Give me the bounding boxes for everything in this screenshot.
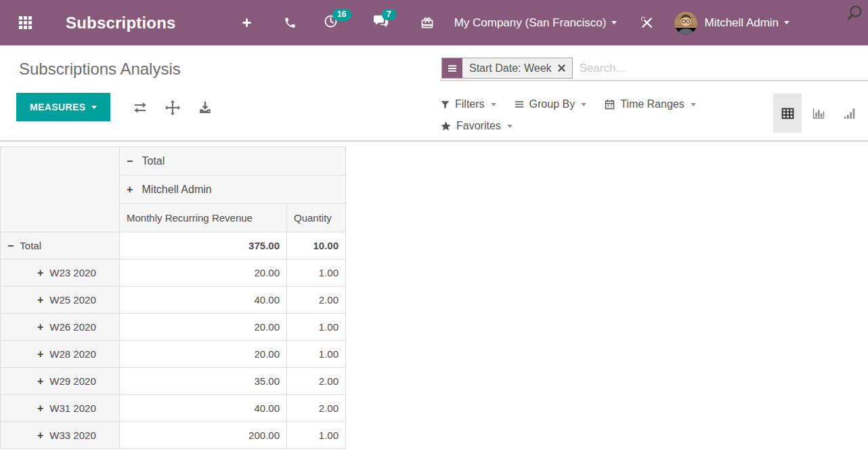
group-by-label: Group By [529, 98, 576, 110]
pivot-row: +W26 202020.001.00 [1, 314, 346, 341]
pivot-view-button[interactable] [773, 93, 802, 133]
pivot-cell-quantity: 2.00 [287, 368, 346, 395]
pivot-row-header[interactable]: +W33 2020 [1, 422, 120, 449]
pivot-row-header[interactable]: +W23 2020 [1, 259, 120, 287]
pivot-col-header-group[interactable]: + Mitchell Admin [120, 175, 346, 204]
top-navbar: Subscriptions 16 7 My Company [0, 0, 868, 45]
time-ranges-label: Time Ranges [620, 98, 685, 110]
company-switcher[interactable]: My Company (San Francisco) [454, 16, 617, 30]
user-menu[interactable]: Mitchell Admin [704, 16, 789, 30]
pivot-row-header[interactable]: +W25 2020 [1, 287, 120, 314]
expand-icon[interactable]: + [37, 348, 43, 360]
pivot-cell-mrr: 20.00 [120, 341, 287, 368]
panel-divider [0, 140, 868, 142]
app-title[interactable]: Subscriptions [66, 14, 176, 33]
filters-menu[interactable]: Filters [440, 98, 496, 110]
facet-remove-icon[interactable] [557, 58, 572, 78]
calendar-icon [604, 99, 615, 110]
expand-icon[interactable]: + [37, 267, 43, 279]
pivot-row: +W28 202020.001.00 [1, 341, 346, 368]
search-facet: Start Date: Week [441, 58, 573, 79]
pivot-cell-mrr: 375.00 [120, 232, 287, 259]
facet-label: Start Date: Week [462, 58, 557, 78]
chevron-down-icon [784, 21, 789, 24]
filters-label: Filters [455, 98, 485, 110]
star-icon [440, 121, 452, 132]
graph-view-button[interactable] [804, 93, 833, 133]
collapse-icon[interactable]: − [7, 240, 14, 252]
apps-menu-icon[interactable] [18, 15, 33, 30]
odoo-screen: Subscriptions 16 7 My Company [0, 0, 868, 458]
pivot-cell-quantity: 2.00 [287, 287, 346, 314]
group-by-menu[interactable]: Group By [514, 98, 587, 110]
search-bar[interactable]: Start Date: Week [440, 56, 868, 81]
messages-menu[interactable]: 7 [373, 14, 389, 32]
phone-icon[interactable] [284, 16, 297, 29]
pivot-row-header[interactable]: +W31 2020 [1, 395, 120, 422]
activity-count-badge[interactable]: 16 [332, 9, 351, 21]
pivot-row-header[interactable]: +W28 2020 [1, 341, 120, 368]
pivot-row: +W25 202040.002.00 [1, 287, 346, 314]
pivot-row: +W29 202035.002.00 [1, 368, 346, 395]
chevron-down-icon [507, 125, 513, 128]
flip-axis-icon[interactable] [131, 99, 149, 117]
cohort-view-button[interactable] [836, 93, 864, 133]
pivot-col-total-label: Total [142, 155, 165, 167]
download-icon[interactable] [196, 99, 214, 117]
expand-icon[interactable]: + [37, 294, 43, 306]
pivot-cell-quantity: 10.00 [287, 232, 346, 259]
pivot-cell-mrr: 20.00 [120, 314, 287, 341]
expand-all-icon[interactable] [164, 99, 181, 117]
debug-tools-icon[interactable] [640, 16, 654, 30]
measure-header-mrr[interactable]: Monthly Recurring Revenue [120, 204, 287, 232]
measure-header-quantity[interactable]: Quantity [287, 204, 346, 232]
pivot-view: − Total + Mitchell Admin Monthly Recurri… [0, 146, 346, 449]
pivot-row-header[interactable]: +W26 2020 [1, 314, 120, 341]
pivot-col-group-label: Mitchell Admin [142, 184, 212, 195]
pivot-col-header-total[interactable]: − Total [120, 147, 346, 175]
collapse-icon[interactable]: − [127, 155, 133, 167]
expand-icon[interactable]: + [37, 375, 43, 388]
chevron-down-icon [91, 106, 97, 109]
pivot-row-label: W23 2020 [49, 267, 95, 278]
expand-icon[interactable]: + [37, 430, 43, 442]
avatar[interactable] [674, 12, 697, 35]
pivot-row-label: W33 2020 [49, 430, 95, 441]
quick-create-icon[interactable] [241, 17, 253, 28]
expand-icon[interactable]: + [127, 184, 133, 196]
measures-button-label: MEASURES [30, 102, 86, 112]
pivot-cell-quantity: 1.00 [287, 341, 346, 368]
pivot-row-header[interactable]: +W29 2020 [1, 368, 120, 395]
pivot-row: −Total375.0010.00 [1, 232, 346, 259]
time-ranges-menu[interactable]: Time Ranges [604, 98, 696, 110]
page-title: Subscriptions Analysis [19, 60, 181, 79]
pivot-cell-mrr: 40.00 [120, 287, 287, 314]
pivot-cell-mrr: 20.00 [120, 259, 287, 287]
pivot-cell-mrr: 200.00 [120, 422, 287, 449]
chevron-down-icon [691, 103, 696, 106]
gift-icon[interactable] [420, 16, 434, 30]
expand-icon[interactable]: + [37, 321, 43, 333]
favorites-menu[interactable]: Favorites [440, 120, 513, 132]
chevron-down-icon [581, 103, 586, 106]
search-input[interactable] [580, 62, 841, 75]
measures-button[interactable]: MEASURES [16, 93, 110, 121]
favorites-label: Favorites [456, 120, 501, 132]
chevron-down-icon [611, 21, 617, 24]
chevron-down-icon [491, 103, 496, 106]
control-panel: MEASURES [0, 84, 868, 141]
pivot-row-header[interactable]: −Total [1, 232, 120, 259]
pivot-row-label: W28 2020 [49, 348, 95, 360]
activities-menu[interactable]: 16 [324, 14, 338, 31]
message-count-badge[interactable]: 7 [382, 9, 396, 21]
pivot-row-label: W29 2020 [49, 375, 95, 387]
pivot-cell-quantity: 1.00 [287, 422, 346, 449]
pivot-cell-quantity: 1.00 [287, 259, 346, 287]
pivot-cell-mrr: 40.00 [120, 395, 287, 422]
search-icon[interactable] [846, 4, 864, 25]
company-name: My Company (San Francisco) [454, 16, 607, 30]
filter-icon [440, 100, 450, 110]
pivot-table: − Total + Mitchell Admin Monthly Recurri… [0, 146, 346, 449]
expand-icon[interactable]: + [37, 402, 43, 415]
group-by-facet-icon [442, 58, 462, 78]
